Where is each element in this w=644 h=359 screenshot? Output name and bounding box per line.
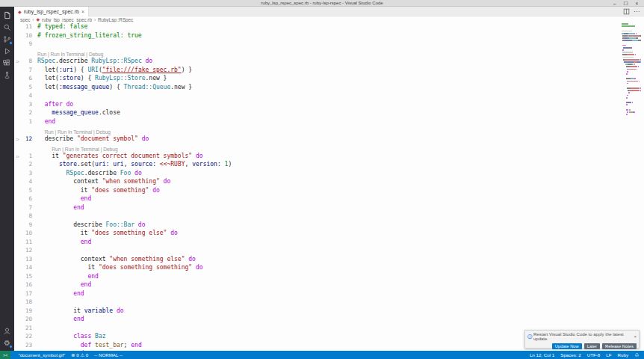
status-item[interactable]: Ruby (618, 352, 628, 358)
code-line[interactable]: end (32, 290, 84, 297)
testing-icon[interactable] (1, 70, 13, 81)
code-line[interactable]: let(:message_queue) { Thread::Queue.new … (32, 84, 192, 90)
breadcrumb-symbol[interactable]: RubyLsp::RSpec (98, 17, 133, 22)
later-button[interactable]: Later (584, 343, 600, 349)
code-token (37, 290, 73, 297)
code-line[interactable]: it "does something else" do (32, 230, 178, 236)
code-token: "when something" (102, 178, 160, 185)
code-token (37, 101, 45, 108)
status-item[interactable]: "document_symbol.gif" (18, 352, 65, 358)
minimize-icon[interactable]: – (609, 0, 620, 7)
code-line[interactable]: context "when something" do (32, 178, 170, 185)
code-line[interactable]: let(:uri) { URI("file:///fake_spec.rb") … (32, 67, 192, 73)
run-and-debug-icon[interactable] (1, 46, 13, 57)
code-token: do (113, 307, 123, 314)
line-number: 5 (22, 187, 32, 194)
code-token: do (192, 264, 202, 271)
status-item[interactable]: LF (606, 352, 611, 358)
run-test-icon[interactable]: ▷ (14, 58, 22, 64)
code-line[interactable]: end (32, 204, 84, 211)
code-line[interactable]: # typed: false (32, 23, 87, 30)
code-editor[interactable]: 11# typed: false10# frozen_string_litera… (14, 22, 644, 351)
code-token: do (138, 135, 149, 142)
code-line[interactable]: end (32, 118, 55, 125)
maximize-icon[interactable]: ☐ (620, 0, 631, 7)
source-control-icon[interactable] (1, 34, 13, 45)
remote-indicator[interactable]: >< (0, 351, 10, 359)
tab-close-icon[interactable]: × (81, 9, 84, 14)
extensions-icon[interactable] (1, 58, 13, 69)
status-item[interactable]: UTF-8 (587, 352, 601, 358)
code-line[interactable]: let(:store) { RubyLsp::Store.new } (32, 75, 167, 82)
codelens-run-actions[interactable]: Run | Run In Terminal | Debug (37, 52, 103, 57)
minimap-line (622, 33, 641, 34)
explorer-icon[interactable] (1, 10, 13, 21)
code-line[interactable]: def test_bar; end (32, 342, 142, 349)
code-line[interactable]: end (32, 316, 84, 322)
update-now-button[interactable]: Update Now (552, 343, 582, 349)
codelens-run-actions[interactable]: Run | Run In Terminal | Debug (37, 147, 118, 152)
status-item[interactable]: ⊗ 0 ⚠ 0 (71, 352, 88, 358)
code-token: ) } (182, 67, 192, 73)
breadcrumb-file[interactable]: ruby_lsp_rspec_spec.rb (42, 17, 92, 22)
code-line[interactable]: end (32, 195, 91, 202)
run-test-icon[interactable]: ▷ (14, 136, 22, 141)
code-line[interactable]: describe "document symbol" do (32, 135, 149, 142)
code-line[interactable]: it variable do (32, 307, 124, 314)
code-line[interactable]: context "when something else" do (32, 256, 196, 263)
minimap-line (622, 88, 641, 89)
status-item[interactable]: Spaces: 2 (560, 352, 581, 358)
minimap-line (622, 76, 641, 77)
minimap-line (622, 81, 641, 82)
line-number: 1 (22, 153, 32, 159)
code-token: it (37, 230, 91, 236)
code-line[interactable]: describe Foo::Bar do (32, 221, 146, 228)
code-token: store (59, 161, 77, 168)
minimap-line (622, 35, 641, 37)
code-line[interactable]: end (32, 281, 91, 288)
close-icon[interactable]: × (631, 0, 643, 7)
breadcrumb-folder[interactable]: spec (20, 17, 30, 22)
minimap-line (622, 99, 641, 101)
minimap[interactable] (622, 23, 641, 135)
minimap-line (622, 66, 641, 67)
more-actions-icon[interactable]: ⋯ (634, 8, 640, 15)
code-token (37, 342, 81, 349)
code-token: Baz (95, 333, 105, 340)
status-item[interactable]: Ln 12, Col 1 (530, 352, 554, 358)
code-line[interactable]: class Baz (32, 333, 106, 340)
code-line[interactable]: store.set(uri: uri, source: <<~RUBY, ver… (32, 161, 232, 168)
chevron-right-icon: › (32, 17, 34, 22)
codelens-run-actions[interactable]: Run | Run In Terminal | Debug (37, 129, 111, 135)
code-line[interactable]: end (32, 273, 99, 280)
code-line[interactable]: it "does something" do (32, 187, 160, 194)
search-icon[interactable] (1, 22, 13, 33)
release-notes-button[interactable]: Release Notes (602, 343, 637, 349)
run-test-icon[interactable]: ▷ (14, 153, 22, 159)
code-token: do (192, 153, 202, 159)
notifications-bell-icon[interactable] (634, 352, 640, 358)
code-line[interactable]: # frozen_string_literal: true (32, 32, 142, 39)
settings-gear-icon[interactable]: ⚙ (1, 337, 13, 349)
account-icon[interactable] (1, 325, 13, 337)
split-editor-icon[interactable] (623, 8, 630, 15)
line-number: 8 (22, 58, 32, 64)
code-line[interactable]: message_queue.close (32, 109, 120, 116)
code-line[interactable]: end (32, 239, 91, 245)
code-line[interactable]: RSpec.describe RubyLsp::RSpec do (32, 58, 152, 64)
code-token: :message_queue (59, 84, 109, 90)
code-line[interactable]: it "generates correct document symbols" … (32, 153, 203, 159)
notification-close-icon[interactable]: × (634, 334, 637, 339)
minimap-line (622, 90, 641, 91)
code-line[interactable]: it "does something something" do (32, 264, 203, 271)
code-line[interactable]: after do (32, 101, 73, 108)
code-token: it (37, 153, 63, 159)
code-line[interactable]: RSpec.describe Foo do (32, 170, 142, 177)
status-item[interactable]: -- NORMAL -- (94, 352, 123, 358)
line-number: 8 (22, 212, 32, 219)
code-token: do (160, 178, 170, 185)
code-token: "file:///fake_spec.rb" (102, 67, 182, 73)
line-number: 6 (22, 75, 32, 82)
tab-ruby-lsp-rspec-spec[interactable]: ◆ ruby_lsp_rspec_spec.rb × (14, 7, 89, 16)
code-token: source: (131, 161, 156, 168)
